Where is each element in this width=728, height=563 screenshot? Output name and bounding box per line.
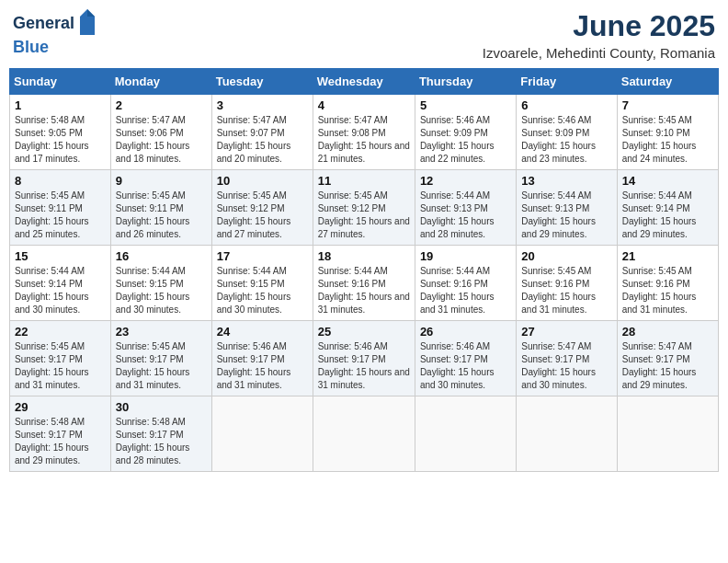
- day-number: 21: [622, 249, 713, 263]
- svg-marker-1: [87, 9, 95, 17]
- day-number: 6: [521, 98, 611, 112]
- day-info: Sunrise: 5:45 AM Sunset: 9:16 PM Dayligh…: [521, 265, 611, 316]
- location-title: Izvoarele, Mehedinti County, Romania: [483, 45, 715, 61]
- day-info: Sunrise: 5:46 AM Sunset: 9:17 PM Dayligh…: [318, 340, 410, 392]
- table-row: 20 Sunrise: 5:45 AM Sunset: 9:16 PM Dayl…: [517, 246, 617, 321]
- day-number: 11: [318, 174, 410, 188]
- table-row: 17 Sunrise: 5:44 AM Sunset: 9:15 PM Dayl…: [211, 246, 313, 321]
- table-row: 4 Sunrise: 5:47 AM Sunset: 9:08 PM Dayli…: [313, 95, 415, 170]
- day-info: Sunrise: 5:44 AM Sunset: 9:16 PM Dayligh…: [420, 265, 511, 316]
- table-row: 9 Sunrise: 5:45 AM Sunset: 9:11 PM Dayli…: [110, 170, 211, 246]
- table-row: 26 Sunrise: 5:46 AM Sunset: 9:17 PM Dayl…: [415, 321, 516, 396]
- table-row: 15 Sunrise: 5:44 AM Sunset: 9:14 PM Dayl…: [10, 246, 111, 321]
- day-number: 25: [318, 325, 410, 339]
- table-row: 10 Sunrise: 5:45 AM Sunset: 9:12 PM Dayl…: [211, 170, 313, 246]
- table-row: [517, 396, 617, 472]
- day-info: Sunrise: 5:45 AM Sunset: 9:11 PM Dayligh…: [15, 190, 106, 241]
- day-number: 5: [420, 98, 511, 112]
- day-number: 16: [116, 249, 207, 263]
- table-row: 16 Sunrise: 5:44 AM Sunset: 9:15 PM Dayl…: [110, 246, 211, 321]
- table-row: [617, 396, 718, 472]
- day-number: 9: [116, 174, 207, 188]
- logo: General Blue: [13, 9, 98, 57]
- col-saturday: Saturday: [617, 69, 718, 95]
- table-row: 5 Sunrise: 5:46 AM Sunset: 9:09 PM Dayli…: [415, 95, 516, 170]
- table-row: 2 Sunrise: 5:47 AM Sunset: 9:06 PM Dayli…: [110, 95, 211, 170]
- day-info: Sunrise: 5:48 AM Sunset: 9:17 PM Dayligh…: [15, 416, 106, 467]
- logo-icon: [76, 9, 98, 39]
- day-number: 27: [521, 325, 611, 339]
- table-row: 12 Sunrise: 5:44 AM Sunset: 9:13 PM Dayl…: [415, 170, 516, 246]
- day-number: 20: [521, 249, 611, 263]
- table-row: 11 Sunrise: 5:45 AM Sunset: 9:12 PM Dayl…: [313, 170, 415, 246]
- day-info: Sunrise: 5:45 AM Sunset: 9:11 PM Dayligh…: [116, 190, 207, 241]
- day-number: 8: [15, 174, 106, 188]
- table-row: 24 Sunrise: 5:46 AM Sunset: 9:17 PM Dayl…: [211, 321, 313, 396]
- day-number: 26: [420, 325, 511, 339]
- day-info: Sunrise: 5:45 AM Sunset: 9:12 PM Dayligh…: [318, 190, 410, 241]
- day-info: Sunrise: 5:47 AM Sunset: 9:07 PM Dayligh…: [217, 114, 308, 166]
- day-number: 28: [622, 325, 713, 339]
- day-number: 12: [420, 174, 511, 188]
- table-row: [313, 396, 415, 472]
- day-info: Sunrise: 5:44 AM Sunset: 9:13 PM Dayligh…: [420, 190, 511, 241]
- table-row: 19 Sunrise: 5:44 AM Sunset: 9:16 PM Dayl…: [415, 246, 516, 321]
- table-row: 27 Sunrise: 5:47 AM Sunset: 9:17 PM Dayl…: [517, 321, 617, 396]
- day-info: Sunrise: 5:45 AM Sunset: 9:17 PM Dayligh…: [15, 340, 106, 392]
- day-info: Sunrise: 5:44 AM Sunset: 9:14 PM Dayligh…: [15, 265, 106, 316]
- day-number: 29: [15, 400, 106, 414]
- logo-text-blue: Blue: [13, 38, 49, 56]
- table-row: 22 Sunrise: 5:45 AM Sunset: 9:17 PM Dayl…: [10, 321, 111, 396]
- table-row: [211, 396, 313, 472]
- table-row: 30 Sunrise: 5:48 AM Sunset: 9:17 PM Dayl…: [110, 396, 211, 472]
- table-row: 1 Sunrise: 5:48 AM Sunset: 9:05 PM Dayli…: [10, 95, 111, 170]
- day-number: 30: [116, 400, 207, 414]
- month-title: June 2025: [483, 9, 715, 43]
- day-number: 4: [318, 98, 410, 112]
- day-number: 18: [318, 249, 410, 263]
- logo-text-general: General: [13, 15, 74, 33]
- table-row: 23 Sunrise: 5:45 AM Sunset: 9:17 PM Dayl…: [110, 321, 211, 396]
- table-row: 3 Sunrise: 5:47 AM Sunset: 9:07 PM Dayli…: [211, 95, 313, 170]
- day-info: Sunrise: 5:48 AM Sunset: 9:05 PM Dayligh…: [15, 114, 106, 166]
- day-number: 10: [217, 174, 308, 188]
- day-info: Sunrise: 5:46 AM Sunset: 9:09 PM Dayligh…: [521, 114, 611, 166]
- day-info: Sunrise: 5:47 AM Sunset: 9:17 PM Dayligh…: [622, 340, 713, 392]
- day-number: 24: [217, 325, 308, 339]
- calendar-header-row: Sunday Monday Tuesday Wednesday Thursday…: [10, 69, 719, 95]
- table-row: 18 Sunrise: 5:44 AM Sunset: 9:16 PM Dayl…: [313, 246, 415, 321]
- col-monday: Monday: [110, 69, 211, 95]
- header: General Blue June 2025 Izvoarele, Mehedi…: [9, 9, 719, 61]
- day-info: Sunrise: 5:45 AM Sunset: 9:10 PM Dayligh…: [622, 114, 713, 166]
- day-info: Sunrise: 5:44 AM Sunset: 9:15 PM Dayligh…: [116, 265, 207, 316]
- day-number: 7: [622, 98, 713, 112]
- table-row: 28 Sunrise: 5:47 AM Sunset: 9:17 PM Dayl…: [617, 321, 718, 396]
- day-info: Sunrise: 5:44 AM Sunset: 9:15 PM Dayligh…: [217, 265, 308, 316]
- col-wednesday: Wednesday: [313, 69, 415, 95]
- day-info: Sunrise: 5:44 AM Sunset: 9:16 PM Dayligh…: [318, 265, 410, 316]
- day-info: Sunrise: 5:47 AM Sunset: 9:08 PM Dayligh…: [318, 114, 410, 166]
- table-row: 25 Sunrise: 5:46 AM Sunset: 9:17 PM Dayl…: [313, 321, 415, 396]
- day-number: 2: [116, 98, 207, 112]
- day-number: 13: [521, 174, 611, 188]
- day-info: Sunrise: 5:47 AM Sunset: 9:06 PM Dayligh…: [116, 114, 207, 166]
- day-number: 23: [116, 325, 207, 339]
- day-info: Sunrise: 5:44 AM Sunset: 9:13 PM Dayligh…: [521, 190, 611, 241]
- day-info: Sunrise: 5:46 AM Sunset: 9:17 PM Dayligh…: [217, 340, 308, 392]
- table-row: 29 Sunrise: 5:48 AM Sunset: 9:17 PM Dayl…: [10, 396, 111, 472]
- day-info: Sunrise: 5:45 AM Sunset: 9:17 PM Dayligh…: [116, 340, 207, 392]
- title-area: June 2025 Izvoarele, Mehedinti County, R…: [483, 9, 715, 61]
- table-row: 6 Sunrise: 5:46 AM Sunset: 9:09 PM Dayli…: [517, 95, 617, 170]
- day-number: 19: [420, 249, 511, 263]
- day-info: Sunrise: 5:46 AM Sunset: 9:09 PM Dayligh…: [420, 114, 511, 166]
- day-number: 14: [622, 174, 713, 188]
- day-number: 17: [217, 249, 308, 263]
- col-tuesday: Tuesday: [211, 69, 313, 95]
- calendar-table: Sunday Monday Tuesday Wednesday Thursday…: [9, 68, 719, 472]
- table-row: 13 Sunrise: 5:44 AM Sunset: 9:13 PM Dayl…: [517, 170, 617, 246]
- col-thursday: Thursday: [415, 69, 516, 95]
- day-number: 22: [15, 325, 106, 339]
- table-row: 7 Sunrise: 5:45 AM Sunset: 9:10 PM Dayli…: [617, 95, 718, 170]
- day-number: 1: [15, 98, 106, 112]
- table-row: [415, 396, 516, 472]
